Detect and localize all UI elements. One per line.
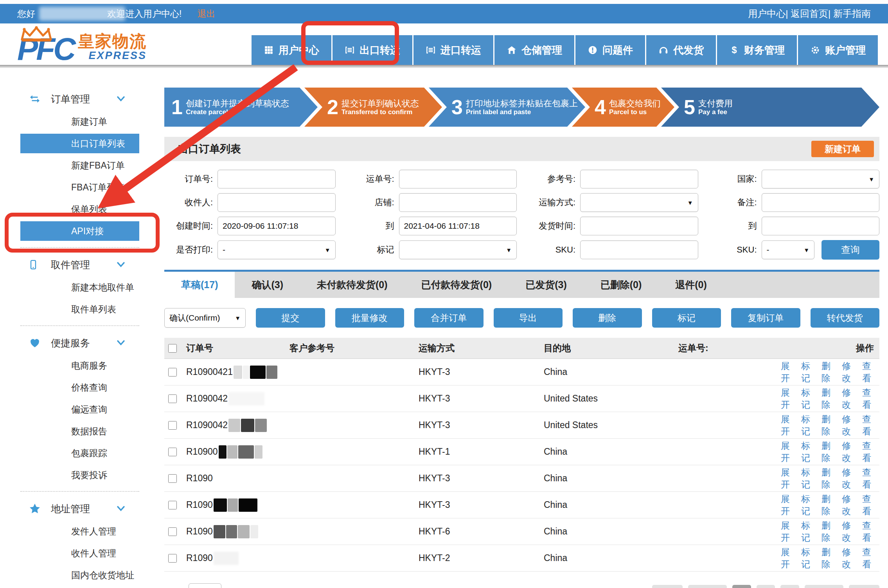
sku-input[interactable] xyxy=(580,240,698,259)
sidebar-item-data-report[interactable]: 数据报告 xyxy=(20,421,139,441)
row-checkbox[interactable] xyxy=(168,394,177,403)
search-button[interactable]: 查询 xyxy=(821,240,879,260)
printed-select[interactable]: -▼ xyxy=(218,240,336,259)
delete-link[interactable]: 删除 xyxy=(821,413,836,437)
transfer-dropship-button[interactable]: 转代发货 xyxy=(811,308,880,328)
next-page-button[interactable]: 下一页 xyxy=(805,585,843,588)
sku-select[interactable]: -▼ xyxy=(762,240,815,259)
last-page-button[interactable]: 尾页 xyxy=(849,585,879,588)
tab-unpaid-to-ship[interactable]: 未付款待发货(0) xyxy=(300,272,404,298)
view-link[interactable]: 查看 xyxy=(862,493,876,517)
sidebar-item-export-order-list[interactable]: 出口订单列表 xyxy=(20,134,139,153)
sidebar-item-remote-inquiry[interactable]: 偏远查询 xyxy=(20,400,139,419)
mark-link[interactable]: 标记 xyxy=(801,466,815,491)
submit-button[interactable]: 提交 xyxy=(256,308,325,328)
sidebar-item-fba-order-list[interactable]: FBA订单列表 xyxy=(20,177,139,197)
tab-deleted[interactable]: 已删除(0) xyxy=(584,272,659,298)
nav-problem-parcel[interactable]: 问题件 xyxy=(575,35,645,65)
expand-link[interactable]: 展开 xyxy=(781,387,795,411)
sidebar-item-domestic-warehouse-address[interactable]: 国内仓收货地址 xyxy=(20,565,139,585)
topbar-links[interactable]: 用户中心| 返回首页| 新手指南 xyxy=(748,7,871,20)
created-to-input[interactable] xyxy=(399,217,517,235)
page-2-button[interactable]: 2 xyxy=(757,585,775,588)
mark-link[interactable]: 标记 xyxy=(801,387,815,411)
sidebar-item-api-integration[interactable]: API对接 xyxy=(20,221,139,241)
row-checkbox[interactable] xyxy=(168,527,177,536)
delete-link[interactable]: 删除 xyxy=(821,546,836,570)
edit-link[interactable]: 修改 xyxy=(842,493,856,517)
chevron-down-icon[interactable] xyxy=(116,339,126,347)
batch-edit-button[interactable]: 批量修改 xyxy=(335,308,404,328)
view-link[interactable]: 查看 xyxy=(862,413,876,437)
delete-link[interactable]: 删除 xyxy=(821,520,836,544)
sidebar-item-parcel-tracking[interactable]: 包裹跟踪 xyxy=(20,443,139,463)
view-link[interactable]: 查看 xyxy=(862,466,876,491)
delete-link[interactable]: 删除 xyxy=(821,360,836,384)
mark-link[interactable]: 标记 xyxy=(801,546,815,570)
copy-order-button[interactable]: 复制订单 xyxy=(731,308,800,328)
sidebar-item-ecommerce-service[interactable]: 电商服务 xyxy=(20,356,139,375)
page-size-select[interactable]: 8▼ xyxy=(189,583,221,588)
shop-input[interactable] xyxy=(399,193,517,212)
select-all-checkbox[interactable] xyxy=(168,344,177,353)
mark-link[interactable]: 标记 xyxy=(801,413,815,437)
sidebar-item-new-order[interactable]: 新建订单 xyxy=(20,112,139,131)
ship-time-from-input[interactable] xyxy=(580,217,698,235)
tab-paid-to-ship[interactable]: 已付款待发货(0) xyxy=(404,272,509,298)
row-checkbox[interactable] xyxy=(168,554,177,563)
tab-shipped[interactable]: 已发货(3) xyxy=(509,272,584,298)
sidebar-section-order-management[interactable]: 订单管理 xyxy=(0,88,142,109)
sidebar-item-pickup-list[interactable]: 取件单列表 xyxy=(20,299,139,319)
nav-warehouse[interactable]: 仓储管理 xyxy=(494,35,574,65)
ship-time-to-input[interactable] xyxy=(762,217,880,235)
created-from-input[interactable] xyxy=(218,217,336,235)
sidebar-item-receiver-management[interactable]: 收件人管理 xyxy=(20,543,139,563)
prev-page-button[interactable]: 上一页 xyxy=(688,585,727,588)
mark-link[interactable]: 标记 xyxy=(801,520,815,544)
sidebar-section-address-management[interactable]: 地址管理 xyxy=(0,498,142,519)
sidebar-item-price-inquiry[interactable]: 价格查询 xyxy=(20,378,139,397)
nav-export-transfer[interactable]: 出口转运 xyxy=(333,35,412,65)
view-link[interactable]: 查看 xyxy=(862,360,876,384)
expand-link[interactable]: 展开 xyxy=(781,413,795,437)
row-checkbox[interactable] xyxy=(168,474,177,483)
expand-link[interactable]: 展开 xyxy=(781,360,795,384)
edit-link[interactable]: 修改 xyxy=(842,387,856,411)
nav-account[interactable]: 账户管理 xyxy=(798,35,878,65)
expand-link[interactable]: 展开 xyxy=(781,520,795,544)
expand-link[interactable]: 展开 xyxy=(781,493,795,517)
expand-link[interactable]: 展开 xyxy=(781,440,795,464)
chevron-down-icon[interactable] xyxy=(116,261,126,269)
delete-button[interactable]: 删除 xyxy=(573,308,642,328)
tab-draft[interactable]: 草稿(17) xyxy=(164,272,235,298)
export-button[interactable]: 导出 xyxy=(494,308,563,328)
row-checkbox[interactable] xyxy=(168,501,177,509)
sidebar-item-insurance-list[interactable]: 保单列表 xyxy=(20,199,139,219)
tab-confirmed[interactable]: 确认(3) xyxy=(235,272,300,298)
nav-dropshipping[interactable]: 代发货 xyxy=(646,35,716,65)
remark-input[interactable] xyxy=(762,193,880,212)
edit-link[interactable]: 修改 xyxy=(842,546,856,570)
view-link[interactable]: 查看 xyxy=(862,387,876,411)
edit-link[interactable]: 修改 xyxy=(842,440,856,464)
new-order-button[interactable]: 新建订单 xyxy=(811,141,874,157)
delete-link[interactable]: 删除 xyxy=(821,387,836,411)
first-page-button[interactable]: 首页 xyxy=(652,585,683,588)
logout-link[interactable]: 退出 xyxy=(197,8,215,20)
confirm-action-select[interactable]: 确认(Confirm)▼ xyxy=(164,308,246,328)
sidebar-item-complaint[interactable]: 我要投诉 xyxy=(20,465,139,485)
chevron-down-icon[interactable] xyxy=(116,95,126,103)
receiver-input[interactable] xyxy=(218,193,336,212)
edit-link[interactable]: 修改 xyxy=(842,520,856,544)
row-checkbox[interactable] xyxy=(168,368,177,376)
view-link[interactable]: 查看 xyxy=(862,440,876,464)
row-checkbox[interactable] xyxy=(168,421,177,430)
delete-link[interactable]: 删除 xyxy=(821,493,836,517)
chevron-down-icon[interactable] xyxy=(116,505,126,513)
mark-button[interactable]: 标记 xyxy=(652,308,721,328)
delete-link[interactable]: 删除 xyxy=(821,440,836,464)
sidebar-section-convenient-services[interactable]: 便捷服务 xyxy=(0,332,142,353)
sidebar-item-sender-management[interactable]: 发件人管理 xyxy=(20,522,139,541)
mark-link[interactable]: 标记 xyxy=(801,440,815,464)
ref-no-input[interactable] xyxy=(580,170,698,188)
